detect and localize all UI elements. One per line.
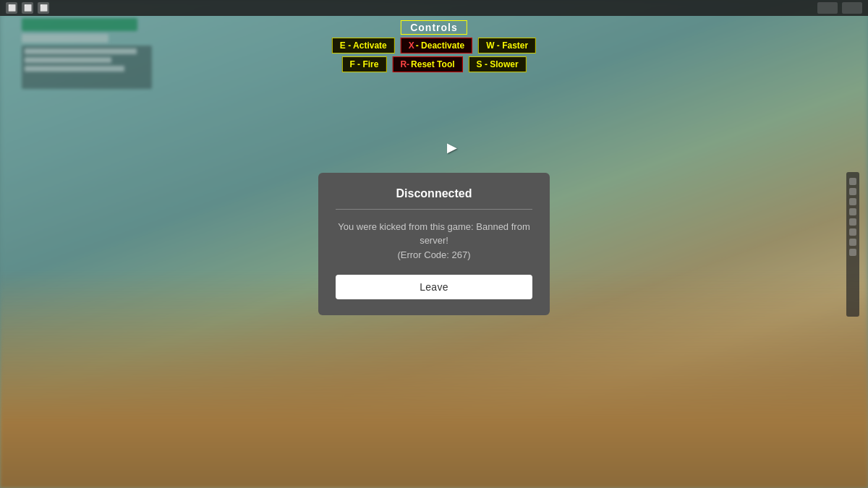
modal-message: You were kicked from this game: Banned f… [336, 220, 532, 262]
modal-divider [336, 209, 532, 210]
disconnected-modal: Disconnected You were kicked from this g… [318, 173, 550, 316]
leave-button[interactable]: Leave [336, 275, 532, 299]
modal-title: Disconnected [336, 187, 532, 200]
modal-overlay: Disconnected You were kicked from this g… [0, 0, 868, 488]
